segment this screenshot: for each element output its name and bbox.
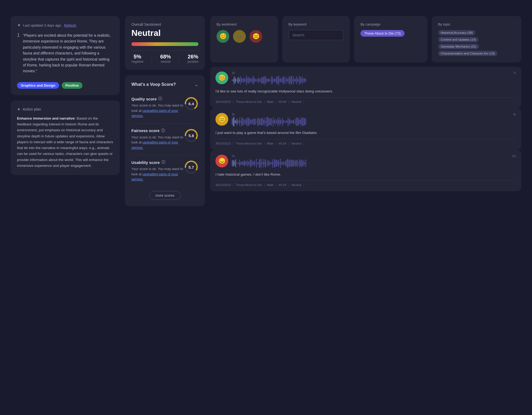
waveform-bar	[280, 162, 280, 164]
waveform-bar	[265, 76, 265, 84]
meta-campaign-2: Those About to Die	[236, 183, 262, 187]
waveform-bar	[272, 76, 273, 84]
waveform-0[interactable]	[232, 75, 516, 86]
stat-negative: 5% negative	[131, 54, 143, 63]
time-start-0: 0s	[232, 71, 235, 74]
waveform-bar	[251, 160, 251, 167]
audio-card-0: 😊 0s 7s I'd like to see lots of really r…	[210, 67, 521, 108]
waveform-bar	[252, 162, 253, 165]
waveform-bar	[261, 118, 261, 126]
waveform-bar	[268, 118, 269, 126]
waveform-bar	[274, 159, 275, 168]
waveform-bar	[270, 162, 271, 164]
waveform-2[interactable]	[232, 158, 516, 169]
waveform-bar	[306, 159, 306, 167]
waveform-bar	[259, 119, 260, 125]
waveform-bar	[239, 79, 240, 81]
waveform-bar	[235, 160, 235, 167]
waveform-bar	[299, 76, 300, 85]
waveform-bar	[238, 120, 238, 123]
waveform-bar	[291, 120, 291, 123]
avatar-1: 😐	[215, 113, 228, 126]
waveform-bar	[254, 78, 255, 82]
tag-graphics-design[interactable]: Graphics and Design	[17, 82, 59, 89]
waveform-bar	[268, 160, 269, 166]
waveform-bar	[259, 159, 260, 168]
waveform-bar	[288, 159, 288, 167]
sentiment-stats: 5% negative 68% neutral 26% positive	[131, 50, 198, 63]
face-negative[interactable]: ☹️	[250, 30, 262, 43]
meta-date-1: 30/10/2023	[215, 142, 231, 145]
waveform-bar	[293, 160, 293, 167]
keyword-search-input[interactable]	[289, 30, 344, 40]
stat-negative-label: negative	[131, 60, 143, 63]
waveform-bar	[280, 120, 281, 124]
waveform-bar	[237, 163, 237, 164]
waveform-bar	[239, 162, 239, 164]
voop-score-card: What's a Voop Score? ⌄ Quality score ⓘ Y…	[125, 75, 205, 206]
chevron-down-icon[interactable]: ⌄	[194, 82, 198, 87]
audio-quote-1: I just want to play a game that's based …	[215, 130, 516, 135]
score-row-1: Fairness score ⓘ Your score is ok. You m…	[131, 124, 198, 155]
face-neutral[interactable]: 〰️	[233, 30, 246, 43]
sentiment-value: Neutral	[131, 28, 198, 38]
meta-date-2: 30/10/2023	[215, 183, 231, 187]
score-num-2: 5.7	[189, 165, 194, 170]
waveform-bar	[239, 120, 239, 124]
by-topic-card: By topic Historical Accuracy (38)Content…	[432, 16, 521, 62]
audio-quote-0: I'd like to see lots of really recogniza…	[215, 89, 516, 94]
by-topic-title: By topic	[438, 22, 515, 26]
waveform-bar	[244, 78, 245, 83]
waveform-bar	[280, 78, 281, 83]
audio-cards-container: 😊 0s 7s I'd like to see lots of really r…	[210, 67, 521, 191]
action-plan-title: Action plan	[23, 107, 41, 111]
time-end-2: 11s	[512, 155, 516, 158]
face-positive[interactable]: 😊	[217, 30, 229, 43]
topic-tag-2[interactable]: Gameplay Mechanics (31)	[438, 44, 479, 49]
topic-tag-0[interactable]: Historical Accuracy (38)	[438, 30, 476, 35]
tag-row: Graphics and Design Positive	[17, 82, 113, 89]
quote-text: "Players are excited about the potential…	[23, 32, 113, 74]
topic-tag-3[interactable]: Characterisation and Character Arc (13)	[438, 51, 497, 56]
waveform-bar	[292, 121, 292, 123]
waveform-bar	[261, 159, 261, 167]
waveform-bar	[279, 120, 279, 124]
score-circle-0: 6.4	[184, 96, 198, 111]
waveform-bar	[253, 76, 254, 84]
waveform-bar	[246, 75, 247, 85]
more-scores-button[interactable]: more scores	[149, 191, 181, 200]
meta-campaign-1: Those About to Die	[236, 142, 262, 145]
refresh-link[interactable]: Refresh	[64, 23, 76, 27]
waveform-bar	[304, 117, 304, 126]
score-title-2: Usability score ⓘ	[131, 160, 184, 165]
waveform-bar	[293, 120, 294, 124]
score-num-0: 6.4	[189, 101, 194, 106]
action-plan-text: Enhance immersion and narrative: Based o…	[17, 116, 113, 169]
score-row-0: Quality score ⓘ Your score is ok. You ma…	[131, 92, 198, 124]
waveform-1[interactable]	[232, 116, 516, 127]
waveform-bar	[255, 79, 256, 82]
action-plan-icon: ✦	[17, 107, 20, 112]
tag-positive[interactable]: Positive	[62, 82, 82, 89]
time-start-2: 0s	[232, 155, 235, 158]
last-updated-card: ✦ Last updated 3 days ago. Refresh 1 "Pl…	[11, 16, 120, 95]
waveform-bar	[288, 78, 288, 82]
waveform-bar	[290, 159, 290, 167]
topic-tag-1[interactable]: Content and Updates (14)	[438, 37, 479, 42]
waveform-bar	[268, 78, 269, 82]
audio-meta-1: 30/10/2023 | Those About to Die | Male |…	[215, 139, 516, 145]
waveform-bar	[277, 160, 277, 166]
waveform-bar	[235, 120, 235, 124]
waveform-bar	[250, 119, 250, 124]
audio-top-0: 😊 0s 7s	[215, 71, 516, 86]
waveform-bar	[264, 162, 264, 165]
waveform-bar	[260, 159, 260, 167]
waveform-bar	[292, 159, 292, 167]
waveform-bar	[278, 117, 278, 126]
info-icon-0: ⓘ	[158, 96, 162, 101]
waveform-bar	[236, 121, 236, 123]
waveform-bar	[263, 77, 263, 84]
waveform-bar	[282, 77, 283, 83]
campaign-tag[interactable]: Those About to Die (73)	[360, 30, 404, 37]
waveform-bar	[256, 159, 257, 168]
